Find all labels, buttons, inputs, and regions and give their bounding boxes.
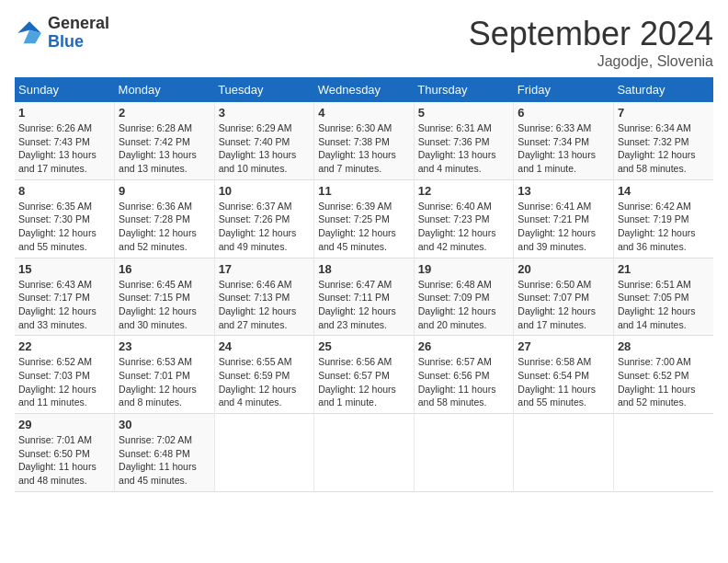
day-detail: Sunrise: 6:43 AM Sunset: 7:17 PM Dayligh… <box>18 279 97 330</box>
day-detail: Sunrise: 6:28 AM Sunset: 7:42 PM Dayligh… <box>119 122 197 174</box>
day-detail: Sunrise: 6:39 AM Sunset: 7:25 PM Dayligh… <box>318 201 396 252</box>
day-number: 1 <box>18 106 110 120</box>
calendar-cell: 23Sunrise: 6:53 AM Sunset: 7:01 PM Dayli… <box>115 336 215 414</box>
page-header: General Blue September 2024 Jagodje, Slo… <box>15 15 713 70</box>
calendar-cell: 30Sunrise: 7:02 AM Sunset: 6:48 PM Dayli… <box>115 414 215 492</box>
calendar-cell: 7Sunrise: 6:34 AM Sunset: 7:32 PM Daylig… <box>613 102 713 179</box>
day-number: 22 <box>18 339 110 353</box>
day-detail: Sunrise: 7:02 AM Sunset: 6:48 PM Dayligh… <box>119 434 197 486</box>
calendar-week-1: 1Sunrise: 6:26 AM Sunset: 7:43 PM Daylig… <box>15 102 713 179</box>
calendar-cell: 3Sunrise: 6:29 AM Sunset: 7:40 PM Daylig… <box>214 102 314 179</box>
day-number: 21 <box>618 262 710 276</box>
calendar-cell: 13Sunrise: 6:41 AM Sunset: 7:21 PM Dayli… <box>514 179 614 258</box>
day-detail: Sunrise: 6:57 AM Sunset: 6:56 PM Dayligh… <box>418 356 496 408</box>
day-number: 15 <box>18 262 110 276</box>
day-detail: Sunrise: 6:26 AM Sunset: 7:43 PM Dayligh… <box>18 122 97 174</box>
calendar-cell: 20Sunrise: 6:50 AM Sunset: 7:07 PM Dayli… <box>514 258 614 336</box>
day-detail: Sunrise: 6:35 AM Sunset: 7:30 PM Dayligh… <box>18 201 97 252</box>
calendar-week-5: 29Sunrise: 7:01 AM Sunset: 6:50 PM Dayli… <box>15 414 713 492</box>
col-header-monday: Monday <box>115 77 215 102</box>
calendar-cell: 26Sunrise: 6:57 AM Sunset: 6:56 PM Dayli… <box>414 336 514 414</box>
title-block: September 2024 Jagodje, Slovenia <box>469 15 713 70</box>
day-number: 30 <box>119 418 210 431</box>
calendar-cell: 11Sunrise: 6:39 AM Sunset: 7:25 PM Dayli… <box>314 179 415 258</box>
day-detail: Sunrise: 6:56 AM Sunset: 6:57 PM Dayligh… <box>318 356 396 408</box>
day-number: 18 <box>318 262 410 276</box>
day-detail: Sunrise: 6:33 AM Sunset: 7:34 PM Dayligh… <box>518 122 596 174</box>
calendar-week-4: 22Sunrise: 6:52 AM Sunset: 7:03 PM Dayli… <box>15 336 713 414</box>
calendar-cell: 12Sunrise: 6:40 AM Sunset: 7:23 PM Dayli… <box>414 179 514 258</box>
col-header-wednesday: Wednesday <box>314 77 415 102</box>
day-detail: Sunrise: 6:45 AM Sunset: 7:15 PM Dayligh… <box>119 279 197 330</box>
col-header-saturday: Saturday <box>613 77 713 102</box>
day-number: 19 <box>418 262 510 276</box>
logo-blue: Blue <box>48 33 109 52</box>
col-header-friday: Friday <box>514 77 614 102</box>
col-header-tuesday: Tuesday <box>214 77 314 102</box>
calendar-cell: 5Sunrise: 6:31 AM Sunset: 7:36 PM Daylig… <box>414 102 514 179</box>
day-detail: Sunrise: 6:30 AM Sunset: 7:38 PM Dayligh… <box>318 122 396 174</box>
day-number: 27 <box>518 339 609 353</box>
calendar-cell: 6Sunrise: 6:33 AM Sunset: 7:34 PM Daylig… <box>514 102 614 179</box>
day-number: 26 <box>418 339 510 353</box>
calendar-cell <box>214 414 314 492</box>
calendar-cell: 24Sunrise: 6:55 AM Sunset: 6:59 PM Dayli… <box>214 336 314 414</box>
calendar-cell: 2Sunrise: 6:28 AM Sunset: 7:42 PM Daylig… <box>115 102 215 179</box>
calendar-cell <box>514 414 614 492</box>
calendar-cell: 9Sunrise: 6:36 AM Sunset: 7:28 PM Daylig… <box>115 179 215 258</box>
calendar-cell: 29Sunrise: 7:01 AM Sunset: 6:50 PM Dayli… <box>15 414 115 492</box>
day-detail: Sunrise: 7:01 AM Sunset: 6:50 PM Dayligh… <box>18 434 97 486</box>
day-number: 2 <box>119 106 210 120</box>
logo-general: General <box>48 15 109 33</box>
logo: General Blue <box>15 15 109 52</box>
day-number: 13 <box>518 184 609 198</box>
day-detail: Sunrise: 6:46 AM Sunset: 7:13 PM Dayligh… <box>219 279 297 330</box>
calendar-cell: 28Sunrise: 7:00 AM Sunset: 6:52 PM Dayli… <box>613 336 713 414</box>
day-detail: Sunrise: 6:31 AM Sunset: 7:36 PM Dayligh… <box>418 122 496 174</box>
day-detail: Sunrise: 6:53 AM Sunset: 7:01 PM Dayligh… <box>119 356 197 408</box>
calendar-cell: 10Sunrise: 6:37 AM Sunset: 7:26 PM Dayli… <box>214 179 314 258</box>
calendar-cell: 8Sunrise: 6:35 AM Sunset: 7:30 PM Daylig… <box>15 179 115 258</box>
day-number: 20 <box>518 262 609 276</box>
day-number: 11 <box>318 184 410 198</box>
calendar-cell: 17Sunrise: 6:46 AM Sunset: 7:13 PM Dayli… <box>214 258 314 336</box>
day-number: 3 <box>219 106 311 120</box>
calendar-table: SundayMondayTuesdayWednesdayThursdayFrid… <box>15 77 713 492</box>
calendar-cell: 1Sunrise: 6:26 AM Sunset: 7:43 PM Daylig… <box>15 102 115 179</box>
calendar-cell: 4Sunrise: 6:30 AM Sunset: 7:38 PM Daylig… <box>314 102 415 179</box>
calendar-cell: 25Sunrise: 6:56 AM Sunset: 6:57 PM Dayli… <box>314 336 415 414</box>
day-number: 12 <box>418 184 510 198</box>
day-number: 16 <box>119 262 210 276</box>
calendar-cell <box>414 414 514 492</box>
day-number: 28 <box>618 339 710 353</box>
day-number: 23 <box>119 339 210 353</box>
calendar-cell: 18Sunrise: 6:47 AM Sunset: 7:11 PM Dayli… <box>314 258 415 336</box>
day-number: 25 <box>318 339 410 353</box>
day-number: 5 <box>418 106 510 120</box>
calendar-cell <box>613 414 713 492</box>
day-number: 8 <box>18 184 110 198</box>
day-detail: Sunrise: 6:58 AM Sunset: 6:54 PM Dayligh… <box>518 356 596 408</box>
day-detail: Sunrise: 6:55 AM Sunset: 6:59 PM Dayligh… <box>219 356 297 408</box>
day-detail: Sunrise: 6:40 AM Sunset: 7:23 PM Dayligh… <box>418 201 496 252</box>
day-detail: Sunrise: 6:34 AM Sunset: 7:32 PM Dayligh… <box>618 122 696 174</box>
day-detail: Sunrise: 6:29 AM Sunset: 7:40 PM Dayligh… <box>219 122 297 174</box>
day-number: 24 <box>219 339 311 353</box>
day-detail: Sunrise: 6:51 AM Sunset: 7:05 PM Dayligh… <box>618 279 696 330</box>
logo-icon <box>15 18 44 48</box>
day-number: 9 <box>119 184 210 198</box>
day-number: 7 <box>618 106 710 120</box>
col-header-thursday: Thursday <box>414 77 514 102</box>
day-number: 10 <box>219 184 311 198</box>
calendar-cell: 19Sunrise: 6:48 AM Sunset: 7:09 PM Dayli… <box>414 258 514 336</box>
calendar-cell: 14Sunrise: 6:42 AM Sunset: 7:19 PM Dayli… <box>613 179 713 258</box>
logo-text: General Blue <box>48 15 109 52</box>
calendar-cell: 22Sunrise: 6:52 AM Sunset: 7:03 PM Dayli… <box>15 336 115 414</box>
day-number: 6 <box>518 106 609 120</box>
calendar-cell: 16Sunrise: 6:45 AM Sunset: 7:15 PM Dayli… <box>115 258 215 336</box>
col-header-sunday: Sunday <box>15 77 115 102</box>
day-number: 4 <box>318 106 410 120</box>
day-detail: Sunrise: 6:52 AM Sunset: 7:03 PM Dayligh… <box>18 356 97 408</box>
calendar-week-2: 8Sunrise: 6:35 AM Sunset: 7:30 PM Daylig… <box>15 179 713 258</box>
day-detail: Sunrise: 6:37 AM Sunset: 7:26 PM Dayligh… <box>219 201 297 252</box>
